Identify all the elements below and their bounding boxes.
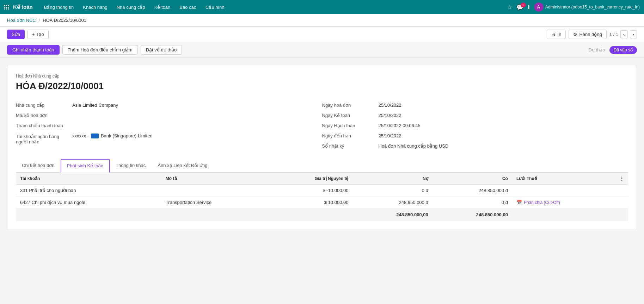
print-button[interactable]: 🖨 In	[547, 30, 566, 39]
star-icon[interactable]: ☆	[507, 4, 512, 11]
field-due-date: Ngày đến hạn 25/10/2022	[322, 131, 614, 141]
field-invoice-date: Ngày hoá đơn 25/10/2022	[322, 100, 614, 110]
user-menu[interactable]: A Administrator (odoo15_to_bank_currency…	[534, 2, 640, 12]
field-journal-label: Sổ nhật ký	[322, 143, 379, 149]
app-title: Kế toán	[13, 4, 33, 10]
add-credit-note-button[interactable]: Thêm Hoá đơn điều chỉnh giảm	[62, 45, 138, 55]
breadcrumb-separator: /	[39, 18, 40, 23]
document-subtitle: Hoá đơn Nhà cung cấp	[16, 74, 628, 79]
menu-suppliers[interactable]: Nhà cung cấp	[112, 2, 149, 12]
cell-orig-1: $ -10.000,00	[269, 185, 352, 197]
tab-other-info[interactable]: Thông tin khác	[110, 159, 152, 173]
menu-config[interactable]: Cấu hình	[201, 2, 229, 12]
field-supplier-label: Nhà cung cấp	[16, 103, 72, 108]
user-label: Administrator (odoo15_to_bank_currency_r…	[545, 5, 640, 10]
menu-customers[interactable]: Khách hàng	[79, 2, 111, 12]
cell-credit-2: 0 đ	[433, 197, 512, 209]
cell-account-1: 331 Phải trả cho người bán	[16, 185, 161, 197]
topnav-right: ☆ 💬 1 ℹ A Administrator (odoo15_to_bank_…	[507, 2, 640, 12]
calendar-icon: 📅	[516, 200, 522, 205]
field-invoice-date-value: 25/10/2022	[379, 103, 401, 108]
main-content: Hoá đơn Nhà cung cấp HÓA Đ/2022/10/0001 …	[0, 58, 644, 237]
prev-button[interactable]: ‹	[620, 30, 627, 38]
table-row: 331 Phải trả cho người bán $ -10.000,00 …	[16, 185, 628, 197]
col-tax-grid: Lưới Thuế	[512, 173, 615, 185]
field-payment-ref-label: Tham chiếu thanh toán	[16, 123, 72, 128]
field-invoice-code: Mã/Số hoá đơn	[16, 110, 308, 120]
menu-accounting[interactable]: Kế toán	[150, 2, 175, 12]
gear-icon: ⚙	[573, 32, 577, 37]
phan-chia-button[interactable]: 📅 Phân chia (Cut-Off)	[516, 200, 560, 205]
cell-account-2: 6427 Chi phí dịch vụ mua ngoài	[16, 197, 161, 209]
document-fields: Nhà cung cấp Asia Limited Company Mã/Số …	[16, 100, 628, 151]
field-journal: Sổ nhật ký Hoá đơn Nhà cung cấp bằng USD	[322, 141, 614, 151]
notification-icon[interactable]: 💬 1	[516, 4, 523, 11]
next-button[interactable]: ›	[630, 30, 637, 38]
pagination-count: 1 / 1	[609, 32, 618, 37]
table-header-row: Tài khoản Mô tả Giá trị Nguyên tệ Nợ Có …	[16, 173, 628, 185]
top-navigation: Kế toán Bảng thông tin Khách hàng Nhà cu…	[0, 0, 644, 14]
document-title: HÓA Đ/2022/10/0001	[16, 81, 628, 92]
help-icon[interactable]: ℹ	[528, 4, 530, 11]
col-account: Tài khoản	[16, 173, 161, 185]
col-debit: Nợ	[352, 173, 432, 185]
bank-logo-icon	[91, 134, 99, 138]
footer-total-credit: 248.850.000,00	[433, 209, 512, 221]
accounting-entries-table: Tài khoản Mô tả Giá trị Nguyên tệ Nợ Có …	[16, 173, 628, 221]
footer-end	[512, 209, 628, 221]
tab-accounting-entries[interactable]: Phát sinh Kế toán	[61, 159, 110, 173]
field-supplier: Nhà cung cấp Asia Limited Company	[16, 100, 308, 110]
menu-reports[interactable]: Báo cáo	[175, 2, 201, 12]
cell-tax-2[interactable]: 📅 Phân chia (Cut-Off)	[512, 197, 615, 209]
notification-badge: 1	[521, 2, 526, 7]
action-bar-right: 🖨 In ⚙ Hành động 1 / 1 ‹ ›	[547, 30, 637, 39]
col-original-value: Giá trị Nguyên tệ	[269, 173, 352, 185]
tab-matching[interactable]: Ánh xạ Liên kết Đối ứng	[152, 159, 213, 173]
breadcrumb-parent[interactable]: Hoá đơn NCC	[7, 18, 36, 23]
status-draft: Dự thảo	[589, 47, 605, 52]
col-description: Mô tả	[161, 173, 269, 185]
print-icon: 🖨	[551, 32, 556, 37]
footer-total-debit: 248.850.000,00	[352, 209, 432, 221]
cell-debit-2: 248.850.000 đ	[352, 197, 432, 209]
field-supplier-value: Asia Limited Company	[72, 103, 118, 108]
field-invoice-code-label: Mã/Số hoá đơn	[16, 113, 72, 118]
field-journal-value: Hoá đơn Nhà cung cấp bằng USD	[379, 143, 449, 149]
edit-button[interactable]: Sửa	[7, 30, 25, 39]
field-due-date-value: 25/10/2022	[379, 133, 401, 138]
breadcrumb: Hoá đơn NCC / HÓA Đ/2022/10/0001	[0, 14, 644, 27]
cell-options-2	[615, 197, 628, 209]
workflow-status: Dự thảo Đã vào sổ	[589, 46, 637, 54]
user-avatar: A	[534, 2, 543, 12]
cell-orig-2: $ 10.000,00	[269, 197, 352, 209]
record-payment-button[interactable]: Ghi nhận thanh toán	[7, 45, 60, 55]
create-button[interactable]: + Tạo	[27, 30, 49, 39]
field-accounting-date-label: Ngày Kế toán	[322, 113, 379, 118]
field-posting-date-value: 25/10/2022 09:06:45	[379, 123, 421, 128]
fields-right: Ngày hoá đơn 25/10/2022 Ngày Kế toán 25/…	[322, 100, 628, 151]
table-row: 6427 Chi phí dịch vụ mua ngoài Transport…	[16, 197, 628, 209]
app-brand[interactable]: Kế toán	[4, 4, 33, 10]
action-button[interactable]: ⚙ Hành động	[569, 30, 606, 39]
apps-grid-icon[interactable]	[4, 5, 9, 10]
cell-options-1	[615, 185, 628, 197]
field-accounting-date: Ngày Kế toán 25/10/2022	[322, 110, 614, 120]
reset-draft-button[interactable]: Đặt về dự thảo	[141, 45, 182, 55]
cell-tax-1	[512, 185, 615, 197]
footer-empty	[16, 209, 352, 221]
cell-desc-2: Transportation Service	[161, 197, 269, 209]
col-options: ⋮	[615, 173, 628, 185]
field-posting-date-label: Ngày Hạch toán	[322, 123, 379, 128]
pagination: 1 / 1 ‹ ›	[609, 30, 637, 38]
field-payment-ref: Tham chiếu thanh toán	[16, 120, 308, 131]
breadcrumb-current: HÓA Đ/2022/10/0001	[43, 18, 86, 23]
menu-dashboard[interactable]: Bảng thông tin	[40, 2, 78, 12]
field-bank-account-value: xxxxxx - Bank (Singapore) Limited	[72, 133, 153, 138]
col-credit: Có	[433, 173, 512, 185]
field-bank-account-label: Tài khoản ngân hàngngười nhận	[16, 133, 72, 144]
status-posted: Đã vào sổ	[609, 46, 637, 54]
document-card: Hoá đơn Nhà cung cấp HÓA Đ/2022/10/0001 …	[7, 65, 637, 230]
tab-invoice-detail[interactable]: Chi tiết hoá đơn	[16, 159, 61, 173]
workflow-bar: Ghi nhận thanh toán Thêm Hoá đơn điều ch…	[0, 42, 644, 58]
field-bank-account: Tài khoản ngân hàngngười nhận xxxxxx - B…	[16, 131, 308, 147]
